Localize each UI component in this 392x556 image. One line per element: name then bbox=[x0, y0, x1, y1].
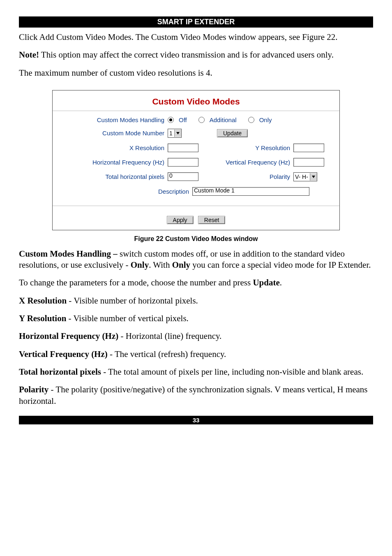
expl-cmh-b: . With bbox=[149, 260, 172, 270]
row-resolution: X Resolution Y Resolution bbox=[62, 144, 330, 152]
max-line: The maximum number of custom video resol… bbox=[19, 67, 373, 79]
expl-vf-r: - The vertical (refresh) frequency. bbox=[108, 349, 226, 359]
expl-hfreq: Horizontal Frequency (Hz) - Horizontal (… bbox=[19, 331, 373, 342]
expl-change: To change the parameters for a mode, cho… bbox=[19, 277, 373, 288]
expl-pol-l: Polarity bbox=[19, 385, 48, 394]
apply-button[interactable]: Apply bbox=[167, 216, 194, 224]
label-y-resolution: Y Resolution bbox=[205, 145, 293, 151]
description-input[interactable]: Custom Mode 1 bbox=[192, 187, 309, 196]
label-custom-modes-handling: Custom Modes Handling bbox=[62, 117, 168, 123]
expl-xres-l: X Resolution bbox=[19, 296, 67, 306]
expl-thp-r: - The total amount of pixels per line, i… bbox=[101, 367, 363, 377]
expl-yres-l: Y Resolution bbox=[19, 313, 66, 323]
panel-body: Custom Modes Handling Off Additional Onl… bbox=[53, 111, 339, 206]
chevron-down-icon bbox=[174, 130, 181, 137]
custom-video-modes-panel: Custom Video Modes Custom Modes Handling… bbox=[52, 90, 340, 230]
expl-cmh-c: you can force a special video mode for I… bbox=[190, 260, 371, 270]
expl-custom-modes-handling: Custom Modes Handling – switch custom mo… bbox=[19, 248, 373, 271]
expl-yres-r: - Visible number of vertical pixels. bbox=[66, 313, 189, 323]
panel-title: Custom Video Modes bbox=[53, 90, 339, 111]
custom-mode-number-value: 1 bbox=[169, 130, 173, 136]
expl-pol-r: - The polarity (positive/negative) of th… bbox=[19, 385, 368, 405]
expl-vf-l: Vertical Frequency (Hz) bbox=[19, 349, 108, 359]
note-text: This option may affect the correct video… bbox=[39, 50, 334, 60]
row-frequency: Horizontal Frequency (Hz) Vertical Frequ… bbox=[62, 158, 330, 167]
label-total-hpix: Total horizontal pixels bbox=[62, 174, 168, 180]
panel-footer: Apply Reset bbox=[53, 206, 339, 230]
total-hpix-input[interactable]: 0 bbox=[168, 172, 198, 181]
radio-additional[interactable] bbox=[198, 117, 205, 123]
label-custom-mode-number: Custom Mode Number bbox=[62, 130, 168, 136]
polarity-select[interactable]: V- H- bbox=[293, 172, 317, 181]
chevron-down-icon bbox=[310, 173, 317, 181]
svg-marker-0 bbox=[176, 132, 180, 134]
custom-mode-number-select[interactable]: 1 bbox=[168, 129, 182, 138]
radio-only[interactable] bbox=[248, 117, 254, 123]
expl-change-a: To change the parameters for a mode, cho… bbox=[19, 278, 253, 287]
label-polarity: Polarity bbox=[205, 174, 293, 180]
radio-off-label: Off bbox=[179, 117, 187, 123]
expl-xres-r: - Visible number of horizontal pixels. bbox=[67, 296, 198, 306]
vertical-frequency-input[interactable] bbox=[293, 158, 324, 167]
footer-bar: 33 bbox=[19, 416, 373, 424]
radio-only-label: Only bbox=[259, 117, 272, 123]
expl-change-dot: . bbox=[280, 278, 282, 287]
expl-xres: X Resolution - Visible number of horizon… bbox=[19, 295, 373, 306]
expl-only-2: Only bbox=[172, 260, 190, 270]
update-button[interactable]: Update bbox=[217, 129, 248, 137]
horizontal-frequency-input[interactable] bbox=[168, 158, 198, 167]
label-horizontal-frequency: Horizontal Frequency (Hz) bbox=[62, 159, 168, 165]
figure-caption: Figure 22 Custom Video Modes window bbox=[19, 235, 373, 243]
polarity-value: V- H- bbox=[295, 174, 308, 180]
header-title: SMART IP EXTENDER bbox=[157, 18, 235, 26]
expl-hf-r: - Horizontal (line) frequency. bbox=[118, 331, 221, 341]
row-description: Description Custom Mode 1 bbox=[62, 187, 330, 196]
header-bar: SMART IP EXTENDER bbox=[19, 16, 373, 28]
page-number: 33 bbox=[193, 417, 200, 424]
label-description: Description bbox=[62, 188, 192, 195]
expl-thp-l: Total horizontal pixels bbox=[19, 367, 101, 377]
row-custom-modes-handling: Custom Modes Handling Off Additional Onl… bbox=[62, 117, 330, 123]
intro-paragraph: Click Add Custom Video Modes. The Custom… bbox=[19, 32, 373, 43]
y-resolution-input[interactable] bbox=[293, 144, 324, 152]
note-label: Note! bbox=[19, 50, 39, 60]
reset-button[interactable]: Reset bbox=[198, 216, 226, 224]
expl-pol: Polarity - The polarity (positive/negati… bbox=[19, 384, 373, 407]
radio-additional-label: Additional bbox=[210, 117, 237, 123]
expl-thp: Total horizontal pixels - The total amou… bbox=[19, 366, 373, 378]
expl-cmh-label: Custom Modes Handling – bbox=[19, 249, 120, 259]
expl-update-b: Update bbox=[253, 278, 279, 287]
expl-hf-l: Horizontal Frequency (Hz) bbox=[19, 331, 118, 341]
expl-yres: Y Resolution - Visible number of vertica… bbox=[19, 313, 373, 324]
svg-marker-1 bbox=[312, 176, 315, 178]
row-total-polarity: Total horizontal pixels 0 Polarity V- H- bbox=[62, 172, 330, 181]
expl-vfreq: Vertical Frequency (Hz) - The vertical (… bbox=[19, 349, 373, 360]
expl-only-1: Only bbox=[131, 260, 149, 270]
radio-off[interactable] bbox=[168, 117, 174, 123]
x-resolution-input[interactable] bbox=[168, 144, 198, 152]
page: SMART IP EXTENDER Click Add Custom Video… bbox=[0, 0, 392, 424]
note-paragraph: Note! This option may affect the correct… bbox=[19, 49, 373, 60]
row-custom-mode-number: Custom Mode Number 1 Update bbox=[62, 129, 330, 138]
label-vertical-frequency: Vertical Frequency (Hz) bbox=[205, 159, 293, 165]
label-x-resolution: X Resolution bbox=[62, 145, 168, 151]
